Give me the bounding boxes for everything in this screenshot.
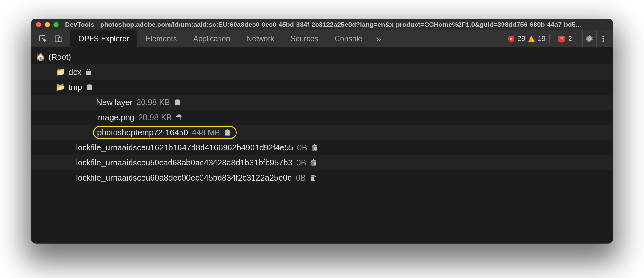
tabs-overflow-button[interactable]: » — [370, 30, 387, 47]
trash-icon[interactable]: 🗑 — [310, 173, 317, 182]
house-icon: 🏠 — [36, 53, 45, 61]
highlight-annotation: photoshoptemp72-16450 448 MB 🗑 — [93, 126, 237, 139]
file-size: 448 MB — [192, 128, 220, 137]
kebab-menu-button[interactable] — [596, 30, 610, 47]
svg-point-5 — [602, 38, 604, 39]
titlebar: DevTools - photoshop.adobe.com/id/urn:aa… — [31, 19, 613, 30]
file-name: image.png — [96, 113, 134, 122]
tree-root[interactable]: 🏠 (Root) — [31, 49, 613, 64]
folder-name: dcx — [69, 67, 81, 77]
file-size: 0B — [296, 158, 306, 168]
tab-elements[interactable]: Elements — [137, 30, 185, 47]
minimize-window-button[interactable] — [45, 22, 50, 27]
errors-warnings-badge[interactable]: ✕ 29 19 — [504, 33, 550, 44]
tree-file-highlighted[interactable]: photoshoptemp72-16450 448 MB 🗑 — [31, 125, 613, 140]
file-name: New layer — [96, 97, 133, 107]
file-size: 20.98 KB — [136, 97, 170, 107]
tree-file[interactable]: lockfile_urnaaidsceu60a8dec00ec045bd834f… — [31, 170, 613, 185]
close-window-button[interactable] — [36, 22, 41, 27]
tree-folder[interactable]: 📂 tmp 🗑 — [31, 80, 613, 95]
tab-sources[interactable]: Sources — [282, 30, 326, 47]
tab-label: Sources — [291, 34, 318, 43]
root-label: (Root) — [48, 52, 71, 62]
settings-button[interactable] — [582, 30, 596, 47]
trash-icon[interactable]: 🗑 — [86, 83, 93, 92]
tree-folder[interactable]: 📁 dcx 🗑 — [31, 64, 613, 80]
tab-network[interactable]: Network — [238, 30, 282, 47]
file-size: 0B — [296, 173, 306, 183]
maximize-window-button[interactable] — [53, 22, 59, 27]
tab-opfs-explorer[interactable]: OPFS Explorer — [70, 30, 137, 47]
tab-console[interactable]: Console — [326, 30, 370, 47]
traffic-lights — [36, 22, 59, 27]
warning-count: 19 — [538, 35, 545, 43]
tree-file[interactable]: image.png 20.98 KB 🗑 — [31, 110, 613, 125]
tree-file[interactable]: New layer 20.98 KB 🗑 — [31, 95, 613, 110]
issues-count: 2 — [568, 35, 572, 43]
tab-label: OPFS Explorer — [78, 34, 129, 43]
trash-icon[interactable]: 🗑 — [174, 98, 181, 107]
file-name: lockfile_urnaaidsceu50cad68ab0ac43428a8d… — [76, 158, 292, 168]
folder-open-icon: 📂 — [56, 83, 65, 92]
tab-label: Console — [335, 34, 362, 43]
issues-icon: ✕ — [558, 36, 565, 42]
toolbar-left-group — [31, 30, 70, 47]
device-toolbar-icon[interactable] — [54, 34, 63, 43]
svg-point-4 — [602, 36, 604, 37]
trash-icon[interactable]: 🗑 — [85, 68, 92, 76]
trash-icon[interactable]: 🗑 — [175, 113, 183, 122]
tab-strip: OPFS Explorer Elements Application Netwo… — [70, 30, 387, 47]
tab-label: Network — [247, 34, 274, 43]
devtools-window: DevTools - photoshop.adobe.com/id/urn:aa… — [31, 19, 613, 243]
inspect-element-icon[interactable] — [38, 34, 47, 43]
folder-name: tmp — [69, 82, 82, 92]
trash-icon[interactable]: 🗑 — [224, 128, 231, 137]
trash-icon[interactable]: 🗑 — [310, 158, 318, 167]
chevron-double-right-icon: » — [376, 33, 381, 44]
file-name: lockfile_urnaaidsceu1621b1647d8d4166962b… — [76, 143, 293, 153]
warning-icon — [528, 36, 535, 42]
file-name: lockfile_urnaaidsceu60a8dec00ec045bd834f… — [76, 173, 292, 183]
error-icon: ✕ — [508, 36, 514, 42]
tab-label: Elements — [145, 34, 177, 43]
issues-badge[interactable]: ✕ 2 — [554, 33, 576, 44]
svg-point-6 — [602, 40, 604, 42]
toolbar-right-group — [580, 30, 613, 47]
window-title: DevTools - photoshop.adobe.com/id/urn:aa… — [65, 21, 608, 28]
tree-file[interactable]: lockfile_urnaaidsceu1621b1647d8d4166962b… — [31, 140, 613, 155]
opfs-tree-panel: 🏠 (Root) 📁 dcx 🗑 📂 tmp 🗑 New layer 20.98… — [31, 47, 613, 243]
svg-rect-2 — [59, 37, 62, 42]
file-name: photoshoptemp72-16450 — [97, 128, 188, 137]
folder-closed-icon: 📁 — [56, 68, 65, 76]
devtools-toolbar: OPFS Explorer Elements Application Netwo… — [31, 30, 613, 47]
trash-icon[interactable]: 🗑 — [311, 143, 319, 152]
status-badges: ✕ 29 19 ✕ 2 — [504, 30, 580, 47]
error-count: 29 — [518, 35, 525, 43]
tab-label: Application — [193, 34, 230, 43]
file-size: 0B — [297, 143, 307, 153]
file-size: 20.98 KB — [138, 113, 172, 122]
tab-application[interactable]: Application — [185, 30, 238, 47]
tree-file[interactable]: lockfile_urnaaidsceu50cad68ab0ac43428a8d… — [31, 155, 613, 170]
